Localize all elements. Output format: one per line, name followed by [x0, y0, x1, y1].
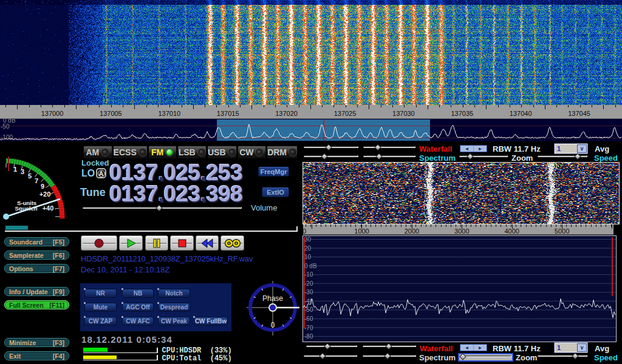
svg-text:Phase: Phase [262, 294, 283, 303]
svg-text:0: 0 [271, 321, 275, 329]
svg-text:9: 9 [41, 183, 44, 190]
svg-text:+40: +40 [43, 204, 54, 212]
svg-text:+20: +20 [39, 190, 51, 198]
svg-text:5: 5 [28, 172, 32, 180]
svg-text:3: 3 [21, 168, 24, 175]
svg-text:7: 7 [35, 177, 38, 184]
svg-text:1: 1 [13, 166, 17, 173]
